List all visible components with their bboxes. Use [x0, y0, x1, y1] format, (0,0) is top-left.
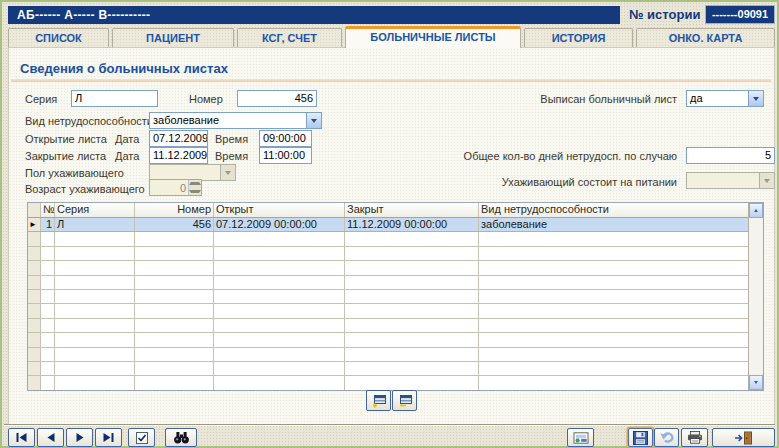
- column-header[interactable]: Открыт: [214, 203, 345, 217]
- table-cell: [55, 290, 135, 303]
- find-button[interactable]: [165, 428, 197, 447]
- table-row[interactable]: [28, 376, 748, 390]
- chevron-down-icon: [759, 173, 774, 188]
- disability-type-combo[interactable]: заболевание: [149, 112, 322, 129]
- close-date-input[interactable]: 11.12.2009: [149, 147, 208, 164]
- row-indicator: [28, 276, 41, 289]
- undo-button[interactable]: [654, 428, 679, 447]
- tab-bolnichnye-listy[interactable]: БОЛЬНИЧНЫЕ ЛИСТЫ: [345, 26, 521, 48]
- table-row[interactable]: [28, 261, 748, 275]
- table-cell: [479, 232, 748, 245]
- post-edit-button[interactable]: [128, 428, 155, 447]
- table-cell: [345, 304, 479, 317]
- bl-table: №СерияНомерОткрытЗакрытВид нетрудоспособ…: [27, 202, 764, 391]
- save-button[interactable]: [628, 428, 653, 447]
- chevron-down-icon: [220, 165, 235, 180]
- chevron-down-icon[interactable]: [748, 91, 763, 106]
- issued-value: да: [687, 91, 748, 106]
- tab-patsient[interactable]: ПАЦИЕНТ: [112, 28, 234, 48]
- table-cell: [41, 304, 55, 317]
- table-cell: [41, 362, 55, 375]
- scroll-down-icon[interactable]: [749, 375, 763, 390]
- table-cell: [214, 261, 345, 274]
- table-cell: [214, 362, 345, 375]
- delete-record-icon: [397, 394, 413, 408]
- first-record-button[interactable]: [8, 428, 35, 447]
- table-cell: [41, 319, 55, 332]
- last-record-button[interactable]: [95, 428, 122, 447]
- close-date-label: Дата: [115, 150, 139, 162]
- tab-spisok[interactable]: СПИСОК: [8, 28, 109, 48]
- column-header[interactable]: Серия: [55, 203, 135, 217]
- table-row[interactable]: [28, 276, 748, 290]
- number-input[interactable]: 456: [237, 90, 317, 107]
- prior-record-button[interactable]: [37, 428, 64, 447]
- print-button[interactable]: [681, 428, 708, 447]
- caregiver-sex-value: [150, 165, 220, 180]
- row-indicator: [28, 348, 41, 361]
- table-header-row: №СерияНомерОткрытЗакрытВид нетрудоспособ…: [28, 203, 748, 218]
- column-header[interactable]: №: [41, 203, 55, 217]
- table-cell: 456: [135, 218, 214, 231]
- table-cell: [135, 247, 214, 260]
- table-row[interactable]: ►1Л45607.12.2009 00:00:0011.12.2009 00:0…: [28, 218, 748, 232]
- caregiver-meals-label: Ухаживающий состоит на питании: [357, 176, 677, 188]
- table-cell: [135, 290, 214, 303]
- table-cell: [345, 333, 479, 346]
- table-cell: 07.12.2009 00:00:00: [214, 218, 345, 231]
- table-cell: [41, 333, 55, 346]
- table-scrollbar[interactable]: [748, 203, 763, 390]
- table-row[interactable]: [28, 247, 748, 261]
- table-cell: [345, 376, 479, 389]
- issued-combo[interactable]: да: [686, 90, 764, 107]
- open-sheet-label: Открытие листа: [25, 133, 107, 145]
- save-icon: [633, 431, 648, 445]
- undo-icon: [659, 431, 675, 444]
- column-header[interactable]: Номер: [135, 203, 214, 217]
- report-icon: [573, 432, 589, 444]
- table-cell: [214, 304, 345, 317]
- table-cell: [214, 247, 345, 260]
- open-date-input[interactable]: 07.12.2009: [149, 130, 208, 147]
- caregiver-age-spinner: 0: [149, 179, 202, 196]
- table-row[interactable]: [28, 232, 748, 246]
- disability-type-label: Вид нетрудоспособности: [25, 115, 153, 127]
- exit-button[interactable]: [712, 428, 775, 447]
- caregiver-sex-label: Пол ухаживающего: [25, 167, 124, 179]
- table-cell: [135, 232, 214, 245]
- open-time-input[interactable]: 09:00:00: [259, 130, 312, 147]
- delete-record-button[interactable]: [392, 390, 417, 411]
- table-row[interactable]: [28, 304, 748, 318]
- tab-ksg-schet[interactable]: КСГ, СЧЕТ: [237, 28, 342, 48]
- table-row[interactable]: [28, 333, 748, 347]
- table-row[interactable]: [28, 362, 748, 376]
- table-cell: [345, 247, 479, 260]
- next-record-button[interactable]: [66, 428, 93, 447]
- add-record-button[interactable]: [366, 390, 391, 411]
- table-row[interactable]: [28, 319, 748, 333]
- series-input[interactable]: Л: [71, 90, 158, 107]
- table-row[interactable]: [28, 290, 748, 304]
- disability-type-value: заболевание: [150, 113, 306, 128]
- table-cell: [479, 290, 748, 303]
- table-cell: [214, 276, 345, 289]
- number-label: Номер: [189, 93, 223, 105]
- exit-door-icon: [734, 431, 753, 445]
- tab-onko-karta[interactable]: ОНКО. КАРТА: [636, 28, 775, 48]
- table-row[interactable]: [28, 348, 748, 362]
- column-header[interactable]: Закрыт: [345, 203, 479, 217]
- table-cell: [55, 333, 135, 346]
- table-cell: [135, 261, 214, 274]
- table-cell: [479, 261, 748, 274]
- chevron-down-icon[interactable]: [306, 113, 321, 128]
- total-days-input[interactable]: 5: [686, 147, 775, 164]
- table-cell: [41, 290, 55, 303]
- scroll-up-icon[interactable]: [749, 203, 763, 218]
- column-header[interactable]: Вид нетрудоспособности: [479, 203, 748, 217]
- table-cell: [214, 376, 345, 389]
- close-time-input[interactable]: 11:00:00: [259, 147, 312, 164]
- report-button[interactable]: [567, 428, 594, 447]
- window-frame: АБ------ А----- В---------- № истории --…: [0, 0, 779, 448]
- tab-istoriya[interactable]: ИСТОРИЯ: [524, 28, 633, 48]
- table-cell: [55, 376, 135, 389]
